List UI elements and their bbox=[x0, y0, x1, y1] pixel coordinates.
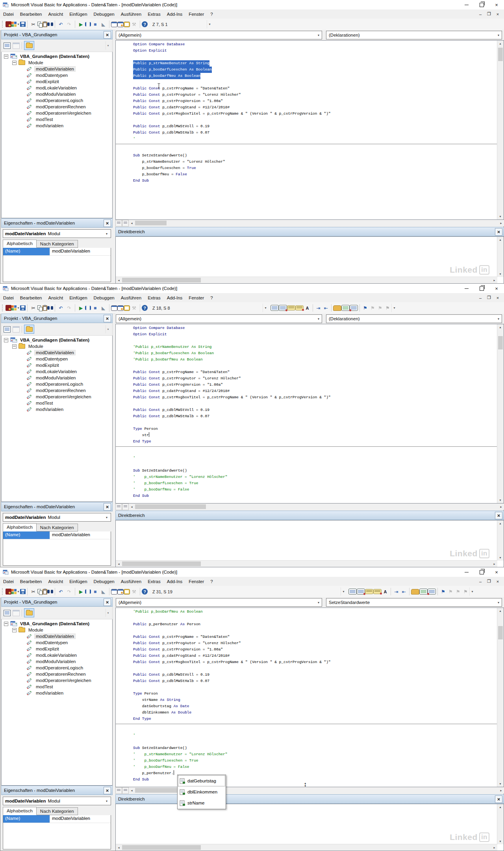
tree-item[interactable]: modModulVariablen bbox=[2, 658, 112, 665]
code-text[interactable]: 'Public p_booDarfNeu As BooleanPublic p_… bbox=[116, 609, 497, 787]
menu-item[interactable]: Ansicht bbox=[45, 11, 66, 18]
find-icon[interactable] bbox=[47, 589, 53, 594]
parameter-info-icon[interactable] bbox=[295, 305, 304, 310]
chevron-down-icon[interactable]: ▾ bbox=[315, 32, 322, 38]
procedure-view-button[interactable] bbox=[115, 504, 122, 510]
toolbox-icon[interactable]: ⚒ bbox=[130, 587, 138, 596]
collapse-icon[interactable] bbox=[12, 61, 17, 65]
view-host-app-icon[interactable] bbox=[6, 589, 11, 595]
previous-bookmark-icon[interactable]: ⚑ bbox=[454, 587, 462, 596]
next-bookmark-icon[interactable]: ⚑ bbox=[369, 304, 376, 312]
restore-button[interactable] bbox=[474, 567, 489, 577]
scroll-left-icon[interactable]: ◂ bbox=[129, 504, 135, 510]
tree-item[interactable]: modExplizit bbox=[2, 362, 112, 368]
help-icon[interactable]: ? bbox=[142, 305, 148, 311]
break-icon[interactable] bbox=[85, 22, 91, 26]
full-module-view-button[interactable] bbox=[122, 504, 129, 510]
properties-close-button[interactable]: × bbox=[104, 787, 111, 794]
procedure-dropdown[interactable]: SetzeStandardwerte ▾ bbox=[326, 598, 502, 607]
next-bookmark-icon[interactable]: ⚑ bbox=[447, 587, 454, 596]
collapse-icon[interactable] bbox=[12, 344, 17, 349]
tree-item[interactable]: modExplizit bbox=[2, 78, 112, 85]
menu-item[interactable]: Extras bbox=[145, 578, 164, 585]
cut-icon[interactable]: ✂ bbox=[29, 20, 37, 28]
tree-item[interactable]: modVariablen bbox=[2, 406, 112, 412]
vertical-scrollbar[interactable]: ▴ ▾ bbox=[497, 41, 504, 219]
uncomment-block-icon[interactable] bbox=[428, 589, 436, 595]
scrollbar-thumb[interactable] bbox=[135, 221, 167, 225]
vertical-scrollbar[interactable]: ▴ ▾ bbox=[497, 324, 504, 503]
scrollbar-thumb[interactable] bbox=[498, 336, 503, 349]
tree-item[interactable]: modOperatorenLogisch bbox=[2, 665, 112, 671]
view-host-app-icon[interactable] bbox=[6, 21, 11, 27]
project-explorer-close-button[interactable]: × bbox=[104, 31, 111, 39]
previous-bookmark-icon[interactable]: ⚑ bbox=[376, 304, 384, 312]
undo-icon[interactable]: ↶ bbox=[57, 587, 65, 596]
tree-item[interactable]: Module bbox=[2, 59, 112, 66]
intellisense-item[interactable]: dblEinkommen bbox=[178, 786, 225, 797]
minimize-button[interactable] bbox=[459, 0, 474, 9]
project-explorer-icon[interactable] bbox=[111, 589, 117, 595]
project-explorer-close-button[interactable]: × bbox=[104, 598, 111, 606]
combobox-dropdown-icon[interactable]: ▾ bbox=[104, 514, 110, 520]
tree-item[interactable]: modTest bbox=[2, 684, 112, 690]
comment-block-icon[interactable] bbox=[419, 589, 428, 595]
tab-categorized[interactable]: Nach Kategorien bbox=[37, 524, 78, 531]
vertical-scrollbar[interactable]: ▴ ▾ bbox=[497, 520, 504, 561]
tree-item[interactable]: modOperatorenLogisch bbox=[2, 97, 112, 104]
mdi-close-button[interactable]: × bbox=[494, 11, 502, 18]
project-explorer-icon[interactable] bbox=[111, 305, 117, 311]
menu-item[interactable]: Fenster bbox=[185, 578, 207, 585]
save-icon[interactable] bbox=[20, 22, 26, 27]
procedure-dropdown[interactable]: (Deklarationen) ▾ bbox=[326, 314, 502, 323]
code-editor[interactable]: Option Compare DatabaseOption ExplicitPu… bbox=[115, 40, 504, 220]
chevron-down-icon[interactable]: ▾ bbox=[315, 599, 322, 606]
scrollbar-thumb[interactable] bbox=[122, 561, 201, 566]
tab-alphabetic[interactable]: Alphabetisch bbox=[3, 523, 37, 531]
break-icon[interactable] bbox=[85, 306, 91, 310]
tree-item[interactable]: modModulVariablen bbox=[2, 375, 112, 381]
toolbar-grip[interactable] bbox=[2, 21, 4, 28]
mdi-restore-button[interactable]: ❐ bbox=[485, 11, 493, 18]
menu-item[interactable]: Ausführen bbox=[118, 578, 145, 585]
project-scroll-button[interactable]: ▾ bbox=[106, 609, 110, 617]
immediate-close-button[interactable]: × bbox=[495, 512, 502, 519]
menu-item[interactable]: Extras bbox=[145, 11, 164, 18]
project-scroll-button[interactable]: ▾ bbox=[106, 41, 110, 50]
reset-icon[interactable]: ■ bbox=[91, 20, 99, 28]
tree-item[interactable]: modDatentypen bbox=[2, 639, 112, 646]
insert-userform-icon[interactable] bbox=[11, 305, 17, 310]
tree-item[interactable]: Module bbox=[2, 627, 112, 633]
tree-item[interactable]: modVariablen bbox=[2, 123, 112, 129]
help-icon[interactable]: ? bbox=[142, 21, 148, 27]
scrollbar-thumb[interactable] bbox=[498, 626, 503, 639]
toolbar-grip[interactable] bbox=[2, 588, 4, 595]
tree-item[interactable]: modVariablen bbox=[2, 690, 112, 696]
toolbox-icon[interactable]: ⚒ bbox=[130, 20, 138, 28]
scroll-right-icon[interactable]: ▸ bbox=[498, 504, 504, 510]
scrollbar-thumb[interactable] bbox=[122, 278, 201, 282]
object-combobox[interactable]: modDateiVariablen Modul ▾ bbox=[3, 797, 111, 805]
run-icon[interactable]: ▶ bbox=[77, 20, 85, 28]
redo-icon[interactable]: ↷ bbox=[65, 304, 73, 312]
tree-item[interactable]: modOperatorenRechnen bbox=[2, 104, 112, 110]
tree-item[interactable]: modOperatorenLogisch bbox=[2, 381, 112, 387]
properties-close-button[interactable]: × bbox=[104, 503, 111, 511]
reset-icon[interactable]: ■ bbox=[91, 304, 99, 312]
tree-item[interactable]: modDatentypen bbox=[2, 72, 112, 78]
scroll-left-icon[interactable]: ◂ bbox=[116, 277, 122, 283]
procedure-dropdown[interactable]: (Deklarationen) ▾ bbox=[326, 31, 502, 39]
property-name-cell[interactable]: (Name) bbox=[3, 815, 50, 823]
property-name-cell[interactable]: (Name) bbox=[3, 531, 50, 539]
tree-item[interactable]: modDateiVariablen bbox=[2, 66, 112, 72]
property-value-cell[interactable]: modDateiVariablen bbox=[50, 248, 111, 255]
insert-dropdown-icon[interactable]: ▾ bbox=[17, 304, 20, 312]
menu-item[interactable]: Datei bbox=[0, 578, 17, 585]
scroll-down-icon[interactable]: ▾ bbox=[497, 555, 503, 561]
scroll-left-icon[interactable]: ◂ bbox=[116, 561, 122, 567]
menu-item[interactable]: Ansicht bbox=[45, 294, 66, 301]
tree-item[interactable]: modTest bbox=[2, 116, 112, 123]
chevron-down-icon[interactable]: ▾ bbox=[315, 316, 322, 322]
immediate-input-area[interactable]: ▴ ▾ ◂ ▸ Linked in bbox=[115, 236, 504, 284]
horizontal-scrollbar[interactable]: ◂ ▸ bbox=[116, 560, 497, 567]
